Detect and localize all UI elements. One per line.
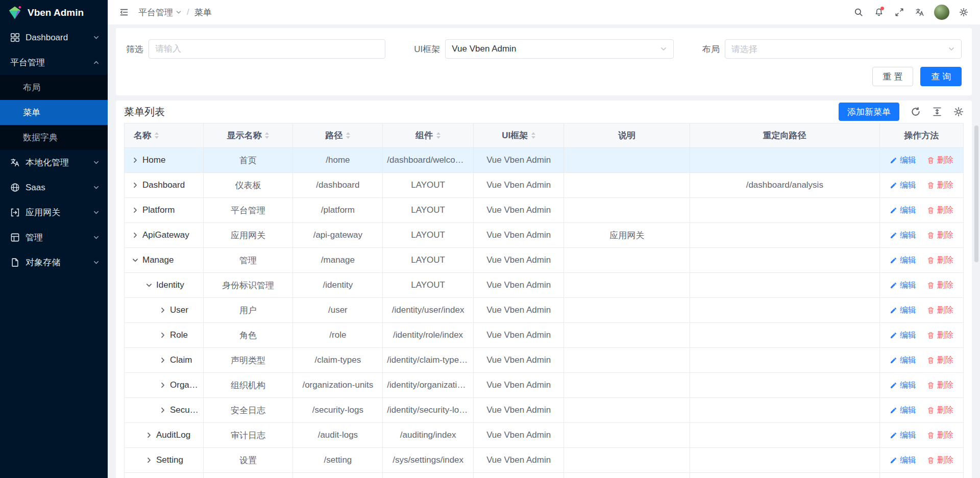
app-root: Vben Admin Dashboard 平台管理 布局 菜单 数据字典 本地化… xyxy=(0,0,980,478)
sidebar-item-api-gateway[interactable]: 应用网关 xyxy=(0,200,108,225)
expand-icon[interactable] xyxy=(132,182,139,189)
sidebar-item-dashboard[interactable]: Dashboard xyxy=(0,25,108,50)
column-header[interactable]: 组件 xyxy=(383,123,474,148)
expand-icon[interactable] xyxy=(145,282,153,289)
fullscreen-icon[interactable] xyxy=(891,4,908,20)
cell-redirect xyxy=(690,448,880,473)
sort-icon[interactable] xyxy=(346,132,350,139)
delete-link[interactable]: 删除 xyxy=(927,180,953,191)
expand-icon[interactable] xyxy=(159,332,166,339)
avatar[interactable] xyxy=(934,5,949,20)
cell-component: LAYOUT xyxy=(383,248,474,273)
cell-component: /identity/user/index xyxy=(383,298,474,323)
cell-framework: Vue Vben Admin xyxy=(473,298,564,323)
edit-link[interactable]: 编辑 xyxy=(890,355,916,366)
sort-icon[interactable] xyxy=(531,132,535,139)
sidebar-item-dictionary[interactable]: 数据字典 xyxy=(0,125,108,150)
sort-icon[interactable] xyxy=(265,132,269,139)
table-row: ApiGateway 应用网关 /api-gateway LAYOUT Vue … xyxy=(125,223,964,248)
breadcrumb-current: 菜单 xyxy=(194,7,212,18)
layout-select[interactable]: 请选择 xyxy=(725,39,962,59)
main-area: 平台管理 / 菜单 筛选 xyxy=(108,0,980,478)
expand-icon[interactable] xyxy=(159,357,166,364)
cell-path: /api-gateway xyxy=(293,223,383,248)
bell-icon[interactable] xyxy=(871,4,887,20)
delete-link[interactable]: 删除 xyxy=(927,280,953,291)
cell-actions: 编辑 删除 xyxy=(879,398,963,423)
expand-icon[interactable] xyxy=(159,382,166,389)
sidebar-item-platform[interactable]: 平台管理 xyxy=(0,50,108,75)
edit-link[interactable]: 编辑 xyxy=(890,280,916,291)
sort-icon[interactable] xyxy=(436,132,440,139)
edit-link[interactable]: 编辑 xyxy=(890,455,916,466)
filter-actions: 重 置 查 询 xyxy=(126,67,962,86)
edit-link[interactable]: 编辑 xyxy=(890,330,916,341)
sidebar-item-manage[interactable]: 管理 xyxy=(0,225,108,250)
cell-name: Identity xyxy=(125,273,204,298)
search-icon[interactable] xyxy=(850,4,867,20)
add-menu-button[interactable]: 添加新菜单 xyxy=(839,103,899,121)
cell-component: LAYOUT xyxy=(383,173,474,198)
sidebar-item-layout[interactable]: 布局 xyxy=(0,75,108,100)
delete-link[interactable]: 删除 xyxy=(927,330,953,341)
menu-fold-icon[interactable] xyxy=(116,4,132,20)
row-height-icon[interactable] xyxy=(932,107,942,117)
delete-link[interactable]: 删除 xyxy=(927,430,953,441)
delete-link[interactable]: 删除 xyxy=(927,230,953,241)
delete-link[interactable]: 删除 xyxy=(927,405,953,416)
column-header[interactable]: 名称 xyxy=(125,123,204,148)
expand-icon[interactable] xyxy=(159,307,166,314)
framework-select[interactable]: Vue Vben Admin xyxy=(445,39,673,59)
delete-link[interactable]: 删除 xyxy=(927,155,953,166)
expand-icon[interactable] xyxy=(145,457,153,464)
logo[interactable]: Vben Admin xyxy=(0,0,108,25)
cell-redirect xyxy=(690,198,880,223)
column-header[interactable]: 显示名称 xyxy=(203,123,293,148)
delete-link[interactable]: 删除 xyxy=(927,305,953,316)
edit-link[interactable]: 编辑 xyxy=(890,405,916,416)
delete-link[interactable]: 删除 xyxy=(927,205,953,216)
expand-icon[interactable] xyxy=(159,407,166,414)
sort-icon[interactable] xyxy=(155,132,159,139)
delete-link[interactable]: 删除 xyxy=(927,455,953,466)
cell-display-name: 安全日志 xyxy=(203,398,293,423)
cell-redirect xyxy=(690,423,880,448)
column-settings-icon[interactable] xyxy=(953,107,964,117)
reset-button[interactable]: 重 置 xyxy=(872,67,914,86)
filter-input[interactable] xyxy=(149,39,385,59)
sidebar-item-object-storage[interactable]: 对象存储 xyxy=(0,250,108,275)
refresh-icon[interactable] xyxy=(911,107,921,117)
edit-link[interactable]: 编辑 xyxy=(890,180,916,191)
edit-link[interactable]: 编辑 xyxy=(890,380,916,391)
edit-link[interactable]: 编辑 xyxy=(890,155,916,166)
cell-component: /identity/organization-u... xyxy=(383,373,474,398)
delete-link[interactable]: 删除 xyxy=(927,255,953,266)
breadcrumb-item-platform[interactable]: 平台管理 xyxy=(138,7,182,18)
edit-icon xyxy=(890,332,897,339)
delete-link[interactable]: 删除 xyxy=(927,380,953,391)
edit-link[interactable]: 编辑 xyxy=(890,305,916,316)
sidebar-item-localization[interactable]: 本地化管理 xyxy=(0,150,108,175)
expand-icon[interactable] xyxy=(145,432,153,439)
sidebar-item-label: 本地化管理 xyxy=(26,157,93,168)
settings-icon[interactable] xyxy=(955,4,972,20)
sidebar-item-menu[interactable]: 菜单 xyxy=(0,100,108,125)
cell-display-name: 设置 xyxy=(203,448,293,473)
edit-link[interactable]: 编辑 xyxy=(890,255,916,266)
expand-icon[interactable] xyxy=(132,207,139,214)
delete-link[interactable]: 删除 xyxy=(927,355,953,366)
column-header[interactable]: 路径 xyxy=(293,123,383,148)
query-button[interactable]: 查 询 xyxy=(920,67,962,86)
sidebar-item-saas[interactable]: Saas xyxy=(0,175,108,200)
edit-link[interactable]: 编辑 xyxy=(890,430,916,441)
edit-link[interactable]: 编辑 xyxy=(890,205,916,216)
expand-icon[interactable] xyxy=(132,232,139,239)
table-row: Dashboard 仪表板 /dashboard LAYOUT Vue Vben… xyxy=(125,173,964,198)
translate-icon[interactable] xyxy=(912,4,928,20)
row-name-text: AuditLog xyxy=(156,430,190,440)
page-scrollbar-thumb[interactable] xyxy=(974,125,978,262)
edit-link[interactable]: 编辑 xyxy=(890,230,916,241)
expand-icon[interactable] xyxy=(132,257,139,264)
column-header[interactable]: UI框架 xyxy=(473,123,564,148)
expand-icon[interactable] xyxy=(132,157,139,164)
